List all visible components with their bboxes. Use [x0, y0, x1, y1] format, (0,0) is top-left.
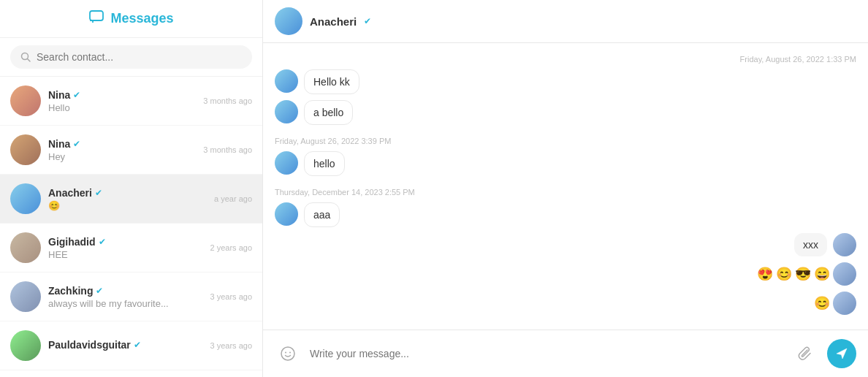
contact-info: Nina ✔ Hello	[48, 89, 196, 113]
search-icon	[20, 52, 31, 62]
message-incoming: Hello kk	[275, 69, 856, 94]
message-incoming: aaa	[275, 202, 856, 227]
verified-icon: ✔	[73, 90, 80, 100]
emoji-row-2: 😊	[275, 292, 856, 315]
emoji: 😊	[776, 266, 792, 282]
emoji-button[interactable]	[275, 340, 301, 367]
messages-header: Messages	[0, 0, 262, 38]
contact-item-nina2[interactable]: Nina ✔ Hey 3 months ago	[0, 126, 262, 175]
contact-preview: Hey	[48, 151, 196, 162]
left-panel: Messages Nina ✔ Hello 3 months ago Nina	[0, 0, 263, 377]
contact-item-gigihadid[interactable]: Gigihadid ✔ HEE 2 years ago	[0, 224, 262, 273]
contacts-list: Nina ✔ Hello 3 months ago Nina ✔ Hey 3 m…	[0, 77, 262, 377]
msg-bubble: Hello kk	[304, 69, 359, 94]
msg-avatar-right	[833, 292, 856, 315]
contact-preview: Hello	[48, 102, 196, 113]
message-input[interactable]	[310, 348, 783, 359]
msg-avatar-right	[833, 233, 856, 256]
messages-icon	[88, 9, 104, 28]
search-wrapper[interactable]	[10, 45, 252, 69]
contact-item-anacheri[interactable]: Anacheri ✔ 😊 a year ago	[0, 175, 262, 224]
contact-time: 3 years ago	[210, 292, 252, 301]
contact-name: Anacheri	[48, 187, 92, 199]
msg-bubble: xxx	[794, 233, 827, 256]
contact-item-pauldavidsguitar[interactable]: Pauldavidsguitar ✔ 3 years ago	[0, 321, 262, 370]
avatar	[10, 330, 41, 361]
avatar	[10, 232, 41, 263]
contact-info: Nina ✔ Hey	[48, 138, 196, 162]
msg-bubble: a bello	[304, 100, 353, 125]
contact-time: 3 months ago	[203, 96, 252, 105]
avatar	[10, 281, 41, 312]
app-title: Messages	[110, 11, 173, 26]
msg-avatar	[275, 202, 298, 226]
contact-name: Nina	[48, 89, 70, 101]
svg-line-2	[28, 59, 31, 62]
date-divider: Friday, August 26, 2022 1:33 PM	[275, 49, 856, 66]
contact-name-row: Pauldavidsguitar ✔	[48, 339, 203, 351]
contact-preview: 😊	[48, 200, 207, 211]
contact-name-row: Nina ✔	[48, 89, 196, 101]
msg-avatar	[275, 69, 298, 93]
contact-info: Gigihadid ✔ HEE	[48, 236, 203, 260]
contact-info: Anacheri ✔ 😊	[48, 187, 207, 211]
contact-name: Nina	[48, 138, 70, 150]
contact-name-row: Anacheri ✔	[48, 187, 207, 199]
contact-time: 3 months ago	[203, 145, 252, 154]
svg-rect-0	[90, 11, 103, 20]
emoji: 😊	[814, 295, 830, 311]
avatar	[10, 134, 41, 165]
contact-info: Pauldavidsguitar ✔	[48, 339, 203, 352]
avatar	[10, 183, 41, 214]
message-outgoing: xxx	[275, 233, 856, 256]
contact-name-row: Nina ✔	[48, 138, 196, 150]
emoji: 😎	[795, 266, 811, 282]
message-incoming: hello	[275, 151, 856, 176]
right-panel: Anacheri ✔ Hi Friday, August 26, 2022 1:…	[263, 0, 868, 377]
contact-info: Zachking ✔ always will be my favourite..…	[48, 285, 203, 309]
date-divider: Friday, August 26, 2022 3:39 PM	[275, 131, 856, 148]
contact-time: a year ago	[214, 194, 252, 203]
send-button[interactable]	[827, 339, 856, 368]
contact-name-row: Zachking ✔	[48, 285, 203, 297]
contact-name-row: Gigihadid ✔	[48, 236, 203, 248]
messages-area: Hi Friday, August 26, 2022 1:33 PM Hello…	[263, 43, 868, 330]
msg-bubble: hello	[304, 151, 345, 176]
chat-header: Anacheri ✔	[263, 0, 868, 43]
emoji: 😍	[757, 266, 773, 282]
msg-bubble: aaa	[304, 202, 340, 227]
contact-time: 2 years ago	[210, 243, 252, 252]
emoji-row: 😍😊😎😄	[275, 262, 856, 286]
svg-point-5	[289, 352, 291, 354]
contact-name: Zachking	[48, 285, 93, 297]
input-area	[263, 330, 868, 377]
contact-item-zachking[interactable]: Zachking ✔ always will be my favourite..…	[0, 273, 262, 321]
msg-avatar-right	[833, 262, 856, 286]
msg-avatar	[275, 151, 298, 175]
attach-button[interactable]	[792, 340, 818, 367]
chat-header-name: Anacheri	[310, 15, 357, 28]
verified-icon: ✔	[95, 188, 102, 198]
date-divider: Thursday, December 14, 2023 2:55 PM	[275, 182, 856, 199]
verified-icon: ✔	[73, 139, 80, 149]
verified-icon: ✔	[99, 237, 106, 247]
svg-point-4	[285, 352, 286, 354]
avatar	[10, 85, 41, 116]
msg-avatar	[275, 100, 298, 123]
contact-time: 3 years ago	[210, 341, 252, 350]
emoji: 😄	[814, 266, 830, 282]
svg-point-3	[281, 347, 294, 360]
search-bar	[0, 38, 262, 77]
contact-name: Gigihadid	[48, 236, 96, 248]
chat-header-avatar	[275, 7, 302, 35]
search-input[interactable]	[37, 51, 242, 63]
contact-preview: HEE	[48, 249, 203, 260]
contact-preview: always will be my favourite...	[48, 298, 203, 309]
message-incoming: a bello	[275, 100, 856, 125]
verified-icon: ✔	[96, 286, 103, 296]
chat-header-verified-icon: ✔	[364, 16, 371, 26]
contact-name: Pauldavidsguitar	[48, 339, 131, 351]
verified-icon: ✔	[134, 340, 141, 350]
contact-item-nina1[interactable]: Nina ✔ Hello 3 months ago	[0, 77, 262, 126]
